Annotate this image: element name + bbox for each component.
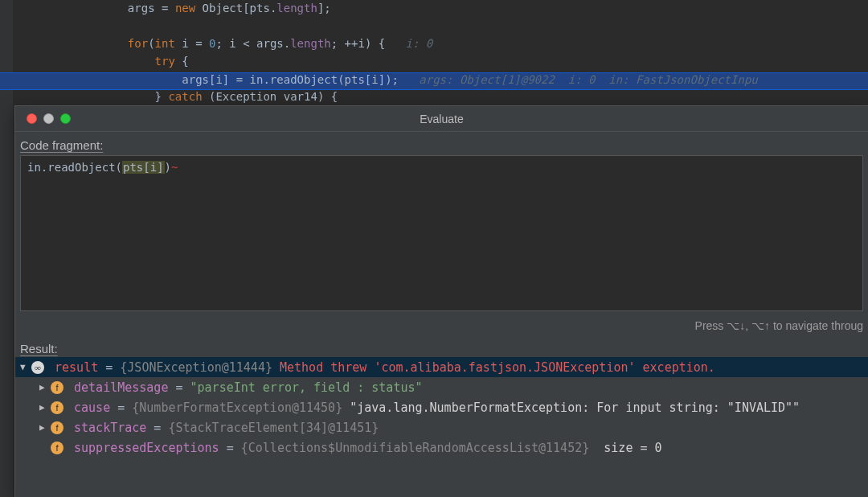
cause-row[interactable]: f cause = {NumberFormatException@11450} … [15,397,868,417]
object-icon: ∞ [31,361,44,374]
stack-trace-row[interactable]: f stackTrace = {StackTraceElement[34]@11… [15,417,868,437]
expand-icon [39,442,51,453]
execution-line[interactable]: args[i] = in.readObject(pts[i]); args: O… [0,72,868,90]
expand-icon[interactable] [20,362,31,372]
expand-icon[interactable] [39,382,51,392]
result-label: Result: [15,335,868,357]
result-root-row[interactable]: ∞ result = {JSONException@11444} Method … [15,357,868,377]
window-close-button[interactable] [27,113,37,124]
field-icon: f [51,442,63,454]
suppressed-exceptions-row[interactable]: f suppressedExceptions = {Collections$Un… [15,437,868,458]
expand-icon[interactable] [39,402,51,413]
code-fragment-label: Code fragment: [15,132,868,154]
window-minimize-button[interactable] [43,113,54,124]
window-zoom-button[interactable] [60,113,71,124]
code-fragment-input[interactable]: in.readObject(pts[i])~ [20,155,863,311]
field-icon: f [51,401,63,414]
result-tree[interactable]: ∞ result = {JSONException@11444} Method … [15,357,868,458]
navigation-hint: Press ⌥↓, ⌥↑ to navigate throug [15,311,868,332]
field-icon: f [51,381,63,394]
dialog-titlebar[interactable]: Evaluate [15,106,868,132]
expand-icon[interactable] [39,422,51,433]
dialog-title: Evaluate [15,113,868,125]
field-icon: f [51,421,63,434]
detail-message-row[interactable]: f detailMessage = "parseInt error, field… [15,377,868,397]
evaluate-dialog: Evaluate Code fragment: in.readObject(pt… [14,105,868,497]
